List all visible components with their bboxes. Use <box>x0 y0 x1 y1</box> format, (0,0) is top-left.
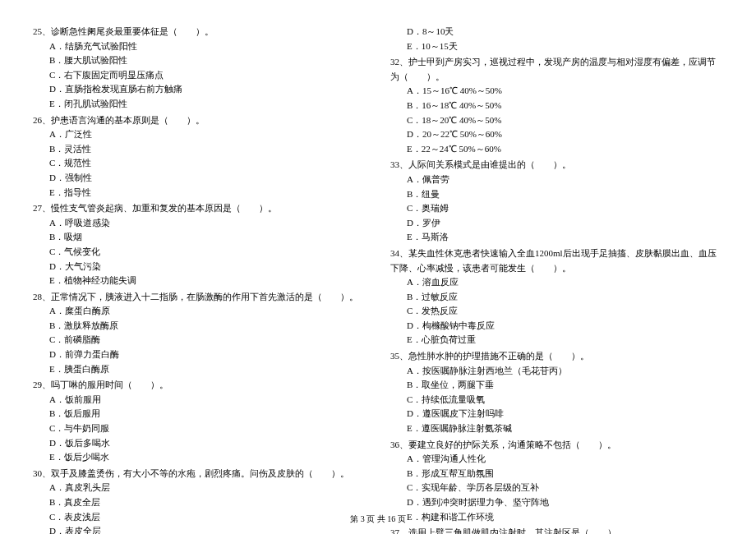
q35-c: C．持续低流量吸氧 <box>390 393 723 407</box>
q28-a: A．糜蛋白酶原 <box>33 304 366 319</box>
q33-e: E．马斯洛 <box>390 230 723 245</box>
q31-e: E．10～15天 <box>390 39 723 54</box>
q35-text: 35、急性肺水肿的护理措施不正确的是（ ）。 <box>390 349 723 364</box>
q34-b: B．过敏反应 <box>390 290 723 305</box>
q25-b: B．腰大肌试验阳性 <box>33 53 366 68</box>
q32-b: B．16～18℃ 40%～50% <box>390 99 723 113</box>
q25-c: C．右下腹固定而明显压痛点 <box>33 68 366 83</box>
page-footer: 第 3 页 共 16 页 <box>0 513 756 526</box>
q33-text: 33、人际间关系模式是由谁提出的（ ）。 <box>390 158 723 173</box>
q34-c: C．发热反应 <box>390 304 723 319</box>
question-27: 27、慢性支气管炎起病、加重和复发的基本原因是（ ）。 A．呼吸道感染 B．吸烟… <box>33 201 366 288</box>
q29-a: A．饭前服用 <box>33 393 366 407</box>
question-35: 35、急性肺水肿的护理措施不正确的是（ ）。 A．按医嘱静脉注射西地兰（毛花苷丙… <box>390 349 723 436</box>
right-column: D．8～10天 E．10～15天 32、护士甲到产房实习，巡视过程中，发现产房的… <box>390 25 723 534</box>
q28-c: C．前磷脂酶 <box>33 333 366 348</box>
q32-d: D．20～22℃ 50%～60% <box>390 127 723 142</box>
q36-d: D．遇到冲突时据理力争、坚守阵地 <box>390 495 723 510</box>
q28-e: E．胰蛋白酶原 <box>33 362 366 377</box>
question-33: 33、人际间关系模式是由谁提出的（ ）。 A．佩普劳 B．纽曼 C．奥瑞姆 D．… <box>390 158 723 245</box>
q27-b: B．吸烟 <box>33 230 366 245</box>
q29-e: E．饭后少喝水 <box>33 450 366 465</box>
q28-b: B．激肽释放酶原 <box>33 319 366 334</box>
question-36: 36、要建立良好的护际关系，沟通策略不包括（ ）。 A．管理沟通人性化 B．形成… <box>390 438 723 525</box>
q36-a: A．管理沟通人性化 <box>390 452 723 467</box>
left-column: 25、诊断急性阑尾炎最重要体征是（ ）。 A．结肠充气试验阳性 B．腰大肌试验阳… <box>33 25 366 534</box>
q26-e: E．指导性 <box>33 186 366 200</box>
q33-c: C．奥瑞姆 <box>390 201 723 216</box>
q30-b: B．真皮全层 <box>33 495 366 510</box>
q25-e: E．闭孔肌试验阳性 <box>33 97 366 112</box>
q30-a: A．真皮乳头层 <box>33 481 366 495</box>
q34-a: A．溶血反应 <box>390 275 723 290</box>
q33-a: A．佩普劳 <box>390 173 723 187</box>
q26-c: C．规范性 <box>33 156 366 171</box>
q32-text: 32、护士甲到产房实习，巡视过程中，发现产房的温度与相对湿度有偏差，应调节为（ … <box>390 55 723 84</box>
q32-a: A．15～16℃ 40%～50% <box>390 84 723 99</box>
q37-text: 37、选用上臂三角肌做肌内注射时，其注射区是（ ）。 <box>390 526 723 534</box>
q34-text: 34、某失血性休克患者快速输入全血1200ml后出现手足抽搐、皮肤黏膜出血、血压… <box>390 246 723 275</box>
q25-d: D．直肠指检发现直肠右前方触痛 <box>33 82 366 97</box>
q27-c: C．气候变化 <box>33 245 366 260</box>
q34-d: D．枸橼酸钠中毒反应 <box>390 319 723 334</box>
question-37: 37、选用上臂三角肌做肌内注射时，其注射区是（ ）。 A．三角肌上缘2～3横指处… <box>390 526 723 534</box>
q26-a: A．广泛性 <box>33 127 366 142</box>
q28-d: D．前弹力蛋白酶 <box>33 348 366 362</box>
q35-a: A．按医嘱静脉注射西地兰（毛花苷丙） <box>390 364 723 379</box>
question-29: 29、吗丁啉的服用时间（ ）。 A．饭前服用 B．饭后服用 C．与牛奶同服 D．… <box>33 378 366 465</box>
q25-text: 25、诊断急性阑尾炎最重要体征是（ ）。 <box>33 25 366 39</box>
q36-text: 36、要建立良好的护际关系，沟通策略不包括（ ）。 <box>390 438 723 453</box>
q29-b: B．饭后服用 <box>33 407 366 421</box>
q27-e: E．植物神经功能失调 <box>33 274 366 288</box>
q32-e: E．22～24℃ 50%～60% <box>390 142 723 157</box>
q26-text: 26、护患语言沟通的基本原则是（ ）。 <box>33 113 366 128</box>
q28-text: 28、正常情况下，胰液进入十二指肠，在肠激酶的作用下首先激活的是（ ）。 <box>33 290 366 305</box>
question-26: 26、护患语言沟通的基本原则是（ ）。 A．广泛性 B．灵活性 C．规范性 D．… <box>33 113 366 200</box>
q30-text: 30、双手及膝盖烫伤，有大小不等的水疱，剧烈疼痛。问伤及皮肤的（ ）。 <box>33 467 366 481</box>
q36-b: B．形成互帮互助氛围 <box>390 467 723 481</box>
q27-d: D．大气污染 <box>33 260 366 274</box>
q27-text: 27、慢性支气管炎起病、加重和复发的基本原因是（ ）。 <box>33 201 366 216</box>
q29-text: 29、吗丁啉的服用时间（ ）。 <box>33 378 366 393</box>
question-31-cont: D．8～10天 E．10～15天 <box>390 25 723 53</box>
q36-c: C．实现年龄、学历各层级的互补 <box>390 481 723 495</box>
question-25: 25、诊断急性阑尾炎最重要体征是（ ）。 A．结肠充气试验阳性 B．腰大肌试验阳… <box>33 25 366 112</box>
question-28: 28、正常情况下，胰液进入十二指肠，在肠激酶的作用下首先激活的是（ ）。 A．糜… <box>33 290 366 377</box>
question-32: 32、护士甲到产房实习，巡视过程中，发现产房的温度与相对湿度有偏差，应调节为（ … <box>390 55 723 156</box>
q33-b: B．纽曼 <box>390 187 723 202</box>
q25-a: A．结肠充气试验阳性 <box>33 39 366 54</box>
q26-b: B．灵活性 <box>33 142 366 157</box>
q31-d: D．8～10天 <box>390 25 723 39</box>
q27-a: A．呼吸道感染 <box>33 216 366 231</box>
q35-b: B．取坐位，两腿下垂 <box>390 378 723 393</box>
q33-d: D．罗伊 <box>390 216 723 231</box>
q35-d: D．遵医嘱皮下注射吗啡 <box>390 407 723 421</box>
q35-e: E．遵医嘱静脉注射氨茶碱 <box>390 421 723 436</box>
question-34: 34、某失血性休克患者快速输入全血1200ml后出现手足抽搐、皮肤黏膜出血、血压… <box>390 246 723 348</box>
q32-c: C．18～20℃ 40%～50% <box>390 113 723 128</box>
q26-d: D．强制性 <box>33 171 366 186</box>
q29-c: C．与牛奶同服 <box>33 421 366 436</box>
q34-e: E．心脏负荷过重 <box>390 333 723 348</box>
q29-d: D．饭后多喝水 <box>33 436 366 451</box>
